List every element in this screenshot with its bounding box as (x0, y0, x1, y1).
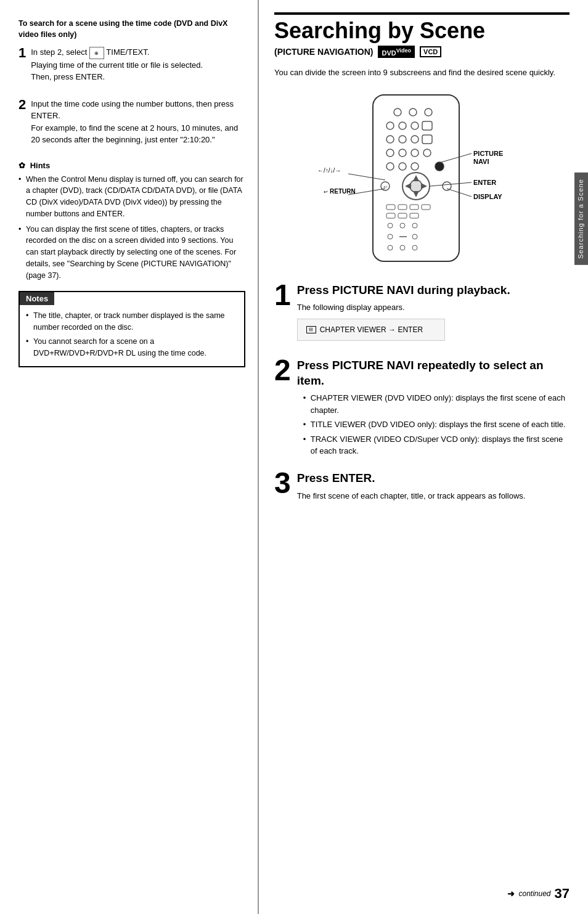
right-step-2: 2 Press PICTURE NAVI repeatedly to selec… (274, 358, 570, 460)
dvd-badge: DVDVideo (378, 46, 415, 59)
step-1-time-text: TIME/TEXT. (106, 47, 149, 57)
hints-list: When the Control Menu display is turned … (18, 174, 245, 282)
step-1-sub: Playing time of the current title or fil… (31, 60, 203, 70)
right-step-1: 1 Press PICTURE NAVI during playback. Th… (274, 283, 570, 347)
chapter-viewer-display: ⊟ CHAPTER VIEWER → ENTER (297, 319, 445, 341)
hints-title: ✿ Hints (18, 161, 245, 170)
bullet-chapter-viewer: CHAPTER VIEWER (DVD VIDEO only): display… (303, 392, 570, 416)
right-step-2-title: Press PICTURE NAVI repeatedly to select … (297, 358, 570, 388)
right-step-1-title: Press PICTURE NAVI during playback. (297, 283, 570, 298)
step-2-text: Input the time code using the number but… (31, 99, 234, 121)
step-1-block: 1 In step 2, select ⊕ TIME/TEXT. Playing… (18, 46, 245, 89)
page-title: Searching by Scene (274, 12, 570, 43)
step-2-content: Input the time code using the number but… (31, 98, 245, 146)
dvd-video-text: DVDVideo (382, 47, 411, 57)
step-1-content: In step 2, select ⊕ TIME/TEXT. Playing t… (31, 46, 245, 83)
right-step-1-content: Press PICTURE NAVI during playback. The … (297, 283, 570, 347)
display-label: DISPLAY (473, 193, 502, 200)
step-2-example: For example, to find the scene at 2 hour… (31, 123, 238, 145)
left-column: To search for a scene using the time cod… (0, 0, 259, 914)
right-column: Searching by Scene (PICTURE NAVIGATION) … (259, 0, 588, 914)
right-step-1-body: The following display appears. (297, 301, 570, 314)
intro-text: You can divide the screen into 9 subscre… (274, 67, 570, 79)
hints-icon: ✿ (18, 161, 25, 170)
notes-title: Notes (20, 292, 54, 305)
right-step-3-content: Press ENTER. The first scene of each cha… (297, 471, 570, 502)
subtitle-row: (PICTURE NAVIGATION) DVDVideo VCD (274, 46, 570, 59)
note-item-1: The title, chapter, or track number disp… (26, 310, 238, 333)
chapter-viewer-text: CHAPTER VIEWER → ENTER (320, 325, 423, 334)
subtitle-text: (PICTURE NAVIGATION) (274, 47, 373, 57)
page-footer: ➜ continued 37 (507, 886, 570, 902)
right-step-3-body: The first scene of each chapter, title, … (297, 490, 570, 502)
hint-item-1: When the Control Menu display is turned … (18, 174, 245, 220)
notes-box: Notes The title, chapter, or track numbe… (18, 291, 245, 367)
step-2-bullets: CHAPTER VIEWER (DVD VIDEO only): display… (303, 392, 570, 457)
svg-text:↩: ↩ (324, 189, 328, 195)
continued-text: continued (518, 889, 550, 898)
remote-illustration: ↩ (274, 89, 570, 271)
enter-label: ENTER (473, 179, 496, 186)
picture-navi-label: PICTURE (473, 150, 503, 157)
bullet-title-viewer: TITLE VIEWER (DVD VIDEO only): displays … (303, 418, 570, 431)
step-1-then: Then, press ENTER. (31, 72, 105, 81)
svg-text:NAVI: NAVI (473, 158, 489, 165)
note-item-2: You cannot search for a scene on a DVD+R… (26, 336, 238, 359)
right-step-1-num: 1 (274, 283, 291, 308)
chapter-viewer-icon: ⊟ (306, 326, 316, 333)
svg-point-16 (435, 162, 444, 171)
svg-point-21 (410, 180, 422, 192)
right-step-3-num: 3 (274, 471, 291, 496)
notes-content: The title, chapter, or track number disp… (20, 305, 244, 366)
page-number: 37 (555, 886, 570, 902)
hints-section: ✿ Hints When the Control Menu display is… (18, 161, 245, 282)
continued-arrow: ➜ (507, 889, 515, 899)
vcd-badge: VCD (420, 46, 441, 57)
return-label: RETURN (330, 188, 356, 195)
notes-list: The title, chapter, or track number disp… (26, 310, 238, 359)
step-2-block: 2 Input the time code using the number b… (18, 98, 245, 152)
hint-item-2: You can display the first scene of title… (18, 224, 245, 282)
right-step-2-num: 2 (274, 358, 291, 383)
step-1-text: In step 2, select (31, 47, 87, 57)
right-step-2-content: Press PICTURE NAVI repeatedly to select … (297, 358, 570, 460)
step-1-number: 1 (18, 46, 26, 60)
remote-svg: ↩ (317, 89, 527, 271)
step-2-number: 2 (18, 98, 26, 112)
right-step-3-title: Press ENTER. (297, 471, 570, 486)
side-tab: Searching for a Scene (574, 173, 588, 265)
left-section-heading: To search for a scene using the time cod… (18, 18, 245, 40)
bullet-track-viewer: TRACK VIEWER (VIDEO CD/Super VCD only): … (303, 433, 570, 457)
time-text-icon: ⊕ (89, 47, 104, 59)
right-step-3: 3 Press ENTER. The first scene of each c… (274, 471, 570, 502)
arrows-label: ←/↑/↓/→ (317, 167, 341, 174)
